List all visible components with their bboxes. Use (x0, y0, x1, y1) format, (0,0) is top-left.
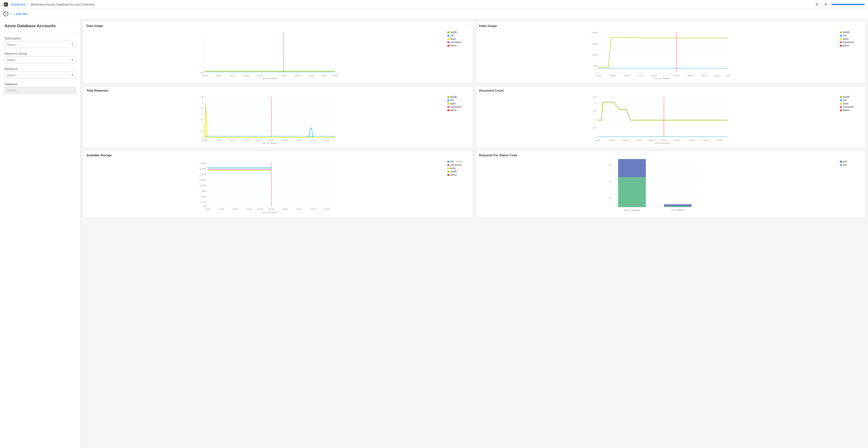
legend-dot-cotnainer1 (447, 41, 449, 43)
document-count-chart: 0 0.5 1 1.5 2 2.5 (479, 94, 838, 145)
legend-label-iu-db: DB (843, 34, 846, 37)
svg-text:09:00: 09:00 (309, 74, 315, 77)
svg-text:03:00: 03:00 (269, 208, 274, 211)
legend-label-admin: admin (450, 44, 457, 47)
legend-admin: admin (447, 44, 469, 47)
svg-text:37.3GB: 37.3GB (199, 162, 206, 164)
share-icon[interactable]: ✉ (823, 1, 829, 8)
available-storage-legend: DB 50GB cotnainer1 tasks (447, 159, 469, 215)
legend-label-dc-testdb: testdb (843, 95, 850, 98)
legend-dot-db (447, 35, 449, 37)
svg-text:03:00: 03:00 (674, 74, 679, 77)
settings-icon[interactable]: ⚙ (813, 1, 820, 8)
legend-dot-dc-cotnainer1 (840, 106, 842, 108)
svg-text:06:00: 06:00 (282, 208, 288, 211)
refresh-icon[interactable]: ↻ (3, 11, 8, 17)
svg-text:1: 1 (202, 124, 204, 126)
legend-tr-admin: admin (447, 109, 469, 111)
time-range-button[interactable] (831, 4, 865, 5)
document-count-panel: Document Count 0 0.5 1 (475, 86, 866, 148)
svg-text:M: M (4, 3, 6, 6)
svg-text:12:00: 12:00 (202, 139, 208, 141)
database-section: Database Select... (4, 83, 76, 94)
svg-text:DB: Database: DB: Database (671, 209, 685, 211)
svg-text:00:00: 00:00 (257, 208, 263, 211)
legend-value-as-db: 50GB (456, 160, 462, 163)
data-usage-panel: Data Usage 0B (83, 21, 473, 84)
svg-text:2.5: 2.5 (609, 164, 611, 166)
breadcrumb-dashboard[interactable]: Dashboard (10, 3, 26, 6)
resource-group-label: Resource Group (4, 52, 76, 55)
svg-text:21:00: 21:00 (244, 139, 249, 141)
add-filter-button[interactable]: + + Add filter (10, 12, 28, 15)
svg-text:per 10 minutes: per 10 minutes (263, 211, 277, 214)
svg-text:14GB: 14GB (201, 190, 206, 192)
legend-dot-iu-tasks (840, 38, 842, 40)
requests-status-panel: Requests Per Status Code Total Requests … (475, 151, 866, 219)
index-usage-chart: 0 500 1,000 1,500 2,000 12:00 (479, 30, 838, 81)
svg-text:18:00: 18:00 (232, 208, 238, 211)
legend-tr-db: DB (447, 99, 469, 102)
subscription-select[interactable]: Select... ▾ (4, 41, 76, 48)
legend-dot-admin (447, 45, 449, 46)
svg-text:12:00: 12:00 (205, 208, 211, 211)
svg-text:23.3GB: 23.3GB (199, 179, 206, 181)
add-filter-label[interactable]: + Add filter (13, 12, 28, 15)
legend-dot-iu-db (840, 35, 842, 37)
legend-label-dc-cotnainer1: cotnainer1 (843, 105, 855, 108)
legend-label-tr-testdb: testdb (450, 95, 457, 98)
total-requests-panel: Total Requests 0 (83, 86, 473, 148)
total-requests-chart: 0 0.5 1 1.5 2 2.5 3 3.5 (86, 94, 445, 145)
svg-text:500: 500 (594, 65, 597, 67)
legend-label-tr-db: DB (450, 99, 454, 102)
legend-dot-iu-admin (840, 45, 842, 46)
svg-text:0.5: 0.5 (609, 197, 611, 199)
svg-text:per 10 minutes: per 10 minutes (263, 77, 277, 79)
legend-label-rps-400: 400 (843, 160, 847, 163)
total-requests-wrapper: 0 0.5 1 1.5 2 2.5 3 3.5 (86, 94, 469, 145)
svg-text:03:00: 03:00 (281, 74, 287, 77)
legend-tr-tasks: tasks (447, 102, 469, 105)
charts-area: Data Usage 0B (81, 19, 868, 448)
legend-label-tr-tasks: tasks (450, 102, 456, 105)
svg-text:12:00: 12:00 (714, 74, 720, 77)
chart-menu-button[interactable]: ··· (468, 24, 471, 28)
data-usage-legend: testdb DB tasks cotnainer1 (447, 30, 469, 81)
total-requests-legend: testdb DB tasks cotnainer1 (447, 94, 469, 145)
legend-dot-iu-cotnainer1 (840, 41, 842, 43)
legend-as-admin: admin (447, 173, 469, 176)
svg-text:2,000: 2,000 (592, 31, 597, 34)
subscription-value: Select... (7, 43, 18, 46)
svg-rect-147 (618, 177, 646, 207)
legend-label-iu-admin: admin (843, 44, 850, 47)
legend-label-tr-cotnainer1: cotnainer1 (450, 105, 462, 108)
database-select[interactable]: Select... (4, 87, 76, 94)
svg-text:12:00: 12:00 (596, 74, 602, 77)
svg-text:06:00: 06:00 (687, 74, 693, 77)
total-requests-title: Total Requests (86, 89, 469, 92)
svg-text:0: 0 (202, 136, 204, 139)
legend-as-testdb: testdb (447, 170, 469, 173)
svg-text:15:00: 15:00 (725, 74, 731, 77)
resource-group-select[interactable]: Select... ▾ (4, 56, 76, 63)
database-label: Database (4, 83, 76, 86)
svg-text:0: 0 (596, 72, 597, 74)
charts-row-2: Total Requests 0 (83, 86, 866, 148)
svg-text:15:00: 15:00 (324, 208, 330, 211)
svg-text:1.5: 1.5 (609, 181, 611, 182)
legend-as-cotnainer1: cotnainer1 (447, 163, 469, 166)
legend-dot-tr-cotnainer1 (447, 106, 449, 108)
legend-dot-dc-db (840, 99, 842, 101)
svg-text:1: 1 (595, 118, 596, 121)
sidebar-title: Azure Database Accounts (4, 23, 76, 28)
subscription-label: Subscription (4, 37, 76, 40)
document-count-wrapper: 0 0.5 1 1.5 2 2.5 (479, 94, 862, 145)
top-bar-left: M Dashboard / [Metricbeat Azure] Databas… (3, 2, 95, 7)
resource-select[interactable]: Select... ▾ (4, 72, 76, 78)
svg-text:2.5: 2.5 (200, 107, 204, 109)
svg-text:0B: 0B (204, 205, 206, 207)
svg-rect-149 (664, 206, 692, 207)
svg-text:12:00: 12:00 (594, 139, 600, 141)
legend-as-tasks: tasks (447, 167, 469, 169)
chevron-down-icon2: ▾ (72, 58, 73, 62)
